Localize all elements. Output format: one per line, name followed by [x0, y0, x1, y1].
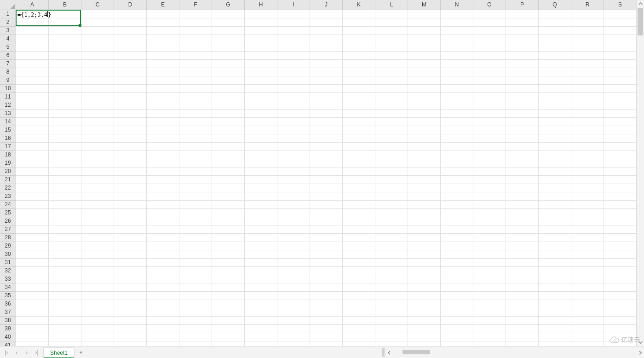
cell[interactable]	[473, 126, 506, 134]
cell[interactable]	[310, 151, 343, 159]
cell[interactable]	[114, 167, 147, 176]
cell[interactable]	[375, 259, 408, 267]
cell[interactable]	[375, 217, 408, 225]
row-header[interactable]: 19	[0, 159, 16, 167]
cell[interactable]	[114, 209, 147, 217]
cell[interactable]	[441, 217, 473, 225]
cell[interactable]	[212, 35, 245, 43]
cell[interactable]	[147, 18, 179, 27]
cell[interactable]	[539, 85, 571, 93]
cell[interactable]	[147, 10, 179, 18]
cell[interactable]	[81, 118, 114, 126]
cell[interactable]	[343, 201, 375, 209]
cell[interactable]	[375, 225, 408, 234]
cell[interactable]	[375, 234, 408, 242]
row-header[interactable]: 40	[0, 333, 16, 341]
cell[interactable]	[81, 10, 114, 18]
cell[interactable]	[539, 242, 571, 250]
cell[interactable]	[179, 101, 212, 110]
cell[interactable]	[604, 110, 637, 118]
cell[interactable]	[16, 18, 49, 27]
cell[interactable]	[539, 35, 571, 43]
cell[interactable]	[277, 18, 310, 27]
cell[interactable]	[245, 10, 277, 18]
cell[interactable]	[212, 234, 245, 242]
cell[interactable]	[441, 300, 473, 308]
cell[interactable]	[114, 234, 147, 242]
cell[interactable]	[506, 52, 539, 60]
vertical-scrollbar[interactable]	[636, 0, 644, 346]
cell[interactable]	[179, 176, 212, 184]
cell[interactable]	[277, 134, 310, 143]
cell-editor[interactable]: ={1,2;3,4}	[17, 11, 52, 18]
cell[interactable]	[441, 225, 473, 234]
tab-last-button[interactable]: ›|	[33, 349, 40, 356]
cell[interactable]	[310, 143, 343, 151]
row-header[interactable]: 2	[0, 18, 16, 27]
cell[interactable]	[277, 101, 310, 110]
cell[interactable]	[16, 35, 49, 43]
cell[interactable]	[539, 101, 571, 110]
cell[interactable]	[539, 27, 571, 35]
cell[interactable]	[16, 184, 49, 192]
cell[interactable]	[179, 333, 212, 341]
cell[interactable]	[179, 60, 212, 68]
cell[interactable]	[16, 159, 49, 167]
row-header[interactable]: 29	[0, 242, 16, 250]
cell[interactable]	[441, 184, 473, 192]
cell[interactable]	[114, 43, 147, 52]
cell[interactable]	[441, 151, 473, 159]
cell[interactable]	[81, 201, 114, 209]
cell[interactable]	[604, 76, 637, 85]
cell[interactable]	[473, 151, 506, 159]
cell[interactable]	[81, 167, 114, 176]
row-header[interactable]: 30	[0, 250, 16, 259]
cell[interactable]	[473, 68, 506, 76]
cell[interactable]	[277, 184, 310, 192]
cell[interactable]	[277, 118, 310, 126]
cell[interactable]	[49, 308, 81, 317]
cell[interactable]	[604, 250, 637, 259]
cell[interactable]	[310, 300, 343, 308]
cell[interactable]	[408, 325, 441, 333]
row-header[interactable]: 32	[0, 267, 16, 275]
cell[interactable]	[147, 300, 179, 308]
cell[interactable]	[539, 217, 571, 225]
row-header[interactable]: 35	[0, 292, 16, 300]
cell[interactable]	[245, 93, 277, 101]
cell[interactable]	[16, 292, 49, 300]
cell[interactable]	[375, 283, 408, 292]
cell[interactable]	[539, 159, 571, 167]
cell[interactable]	[375, 43, 408, 52]
cell[interactable]	[277, 10, 310, 18]
cell[interactable]	[245, 60, 277, 68]
cell[interactable]	[81, 27, 114, 35]
cell[interactable]	[147, 250, 179, 259]
cell[interactable]	[473, 176, 506, 184]
cell[interactable]	[343, 134, 375, 143]
horizontal-scroll-thumb[interactable]	[402, 350, 430, 354]
cell[interactable]	[375, 292, 408, 300]
cell[interactable]	[147, 27, 179, 35]
cell[interactable]	[473, 167, 506, 176]
cell[interactable]	[571, 325, 604, 333]
cell[interactable]	[310, 192, 343, 201]
cell[interactable]	[441, 242, 473, 250]
cell[interactable]	[81, 60, 114, 68]
row-header[interactable]: 5	[0, 43, 16, 52]
cell[interactable]	[506, 217, 539, 225]
cell[interactable]	[16, 267, 49, 275]
cell[interactable]	[473, 93, 506, 101]
cell[interactable]	[506, 18, 539, 27]
cell[interactable]	[539, 209, 571, 217]
cell[interactable]	[16, 234, 49, 242]
cell[interactable]	[114, 60, 147, 68]
cell[interactable]	[473, 201, 506, 209]
cell[interactable]	[571, 43, 604, 52]
cell[interactable]	[441, 18, 473, 27]
row-header[interactable]: 21	[0, 176, 16, 184]
cell[interactable]	[375, 68, 408, 76]
cell[interactable]	[473, 267, 506, 275]
cell[interactable]	[343, 43, 375, 52]
cell[interactable]	[49, 275, 81, 283]
